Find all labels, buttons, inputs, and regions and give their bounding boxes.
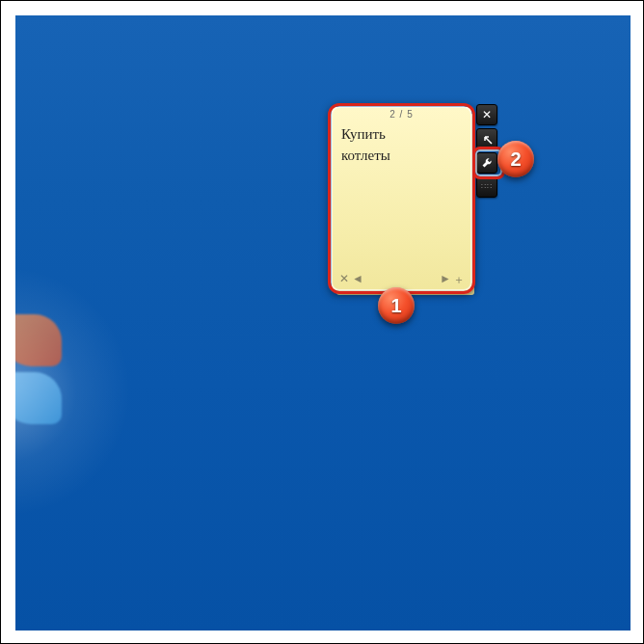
desktop-wallpaper: 2 / 5 Купить котлеты ✕ ◄ ► ＋ ✕ (15, 15, 631, 631)
callout-badge-1: 1 (378, 287, 415, 324)
enlarge-icon (481, 133, 493, 145)
annotation-highlight-1 (328, 103, 475, 294)
callout-number: 2 (510, 148, 521, 171)
close-gadget-button[interactable]: ✕ (476, 104, 497, 125)
sticky-note-gadget[interactable]: 2 / 5 Купить котлеты ✕ ◄ ► ＋ (332, 107, 471, 290)
gadget-controls: ✕ ∷∷ (476, 104, 497, 201)
grip-icon: ∷∷ (481, 185, 493, 189)
drag-gadget-handle[interactable]: ∷∷ (476, 176, 497, 198)
close-icon: ✕ (482, 108, 492, 121)
outer-frame: 2 / 5 Купить котлеты ✕ ◄ ► ＋ ✕ (0, 0, 644, 644)
callout-badge-2: 2 (497, 141, 534, 177)
callout-number: 1 (390, 295, 401, 317)
